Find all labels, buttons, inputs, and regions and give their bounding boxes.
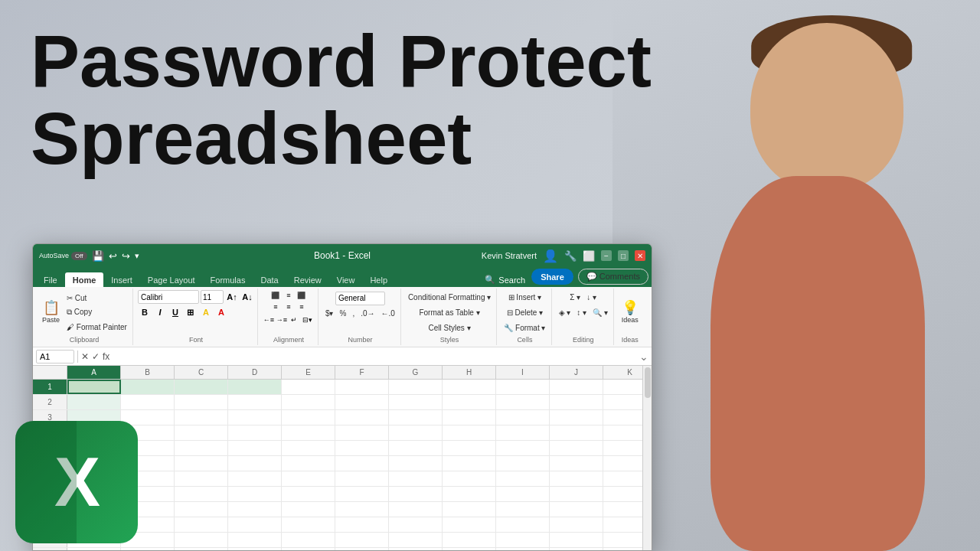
accounting-format-button[interactable]: $▾ <box>323 307 336 321</box>
insert-cells-button[interactable]: ⊞ Insert ▾ <box>506 290 544 304</box>
sort-filter-button[interactable]: ↕ ▾ <box>574 305 589 319</box>
align-middle-right-button[interactable]: ≡ <box>296 302 308 312</box>
cell-B1[interactable] <box>121 380 175 394</box>
cell-G3[interactable] <box>389 410 443 425</box>
cells-label: Cells <box>498 336 550 344</box>
bold-button[interactable]: B <box>138 305 152 319</box>
align-middle-left-button[interactable]: ≡ <box>270 302 282 312</box>
tab-home[interactable]: Home <box>65 272 104 287</box>
align-top-right-button[interactable]: ⬛ <box>296 290 308 301</box>
expand-formula-icon[interactable]: ⌄ <box>639 350 648 363</box>
cell-E2[interactable] <box>282 395 335 409</box>
cell-J3[interactable] <box>550 410 603 425</box>
align-middle-center-button[interactable]: ≡ <box>283 302 295 312</box>
tab-help[interactable]: Help <box>362 272 395 287</box>
cell-C2[interactable] <box>175 395 228 409</box>
cell-styles-button[interactable]: Cell Styles ▾ <box>426 321 473 334</box>
fill-button[interactable]: ↓ ▾ <box>584 290 599 304</box>
cell-A1[interactable] <box>67 380 121 394</box>
delete-cells-button[interactable]: ⊟ Delete ▾ <box>505 305 545 319</box>
align-top-left-button[interactable]: ⬛ <box>270 290 282 301</box>
tab-formulas[interactable]: Formulas <box>203 272 253 287</box>
format-painter-button[interactable]: 🖌 Format Painter <box>64 320 129 334</box>
autosum-button[interactable]: Σ ▾ <box>567 290 583 304</box>
maximize-button[interactable]: □ <box>618 250 629 261</box>
conditional-formatting-button[interactable]: Conditional Formatting ▾ <box>406 290 493 304</box>
font-name-input[interactable] <box>138 290 199 304</box>
tab-review[interactable]: Review <box>286 272 329 287</box>
decrease-font-button[interactable]: A↓ <box>240 290 254 304</box>
border-button[interactable]: ⊞ <box>184 305 198 319</box>
tab-insert[interactable]: Insert <box>103 272 140 287</box>
cell-reference-input[interactable] <box>36 350 74 364</box>
cut-button[interactable]: ✂ Cut <box>64 291 129 305</box>
clear-button[interactable]: ◈ ▾ <box>557 305 573 319</box>
cell-C1[interactable] <box>175 380 228 394</box>
cell-D1[interactable] <box>228 380 282 394</box>
decrease-indent-button[interactable]: ←≡ <box>263 315 275 325</box>
ideas-button[interactable]: 💡 Ideas <box>619 297 642 328</box>
customize-icon[interactable]: ▾ <box>135 251 139 261</box>
format-cells-button[interactable]: 🔧 Format ▾ <box>501 321 547 334</box>
autosave-toggle[interactable]: Off <box>71 252 87 260</box>
cell-B2[interactable] <box>121 395 175 409</box>
merge-center-button[interactable]: ⊟▾ <box>300 315 315 325</box>
increase-decimal-button[interactable]: .0→ <box>358 307 377 321</box>
cell-I2[interactable] <box>496 395 550 409</box>
cell-H3[interactable] <box>443 410 496 425</box>
tab-file[interactable]: File <box>36 272 65 287</box>
find-select-button[interactable]: 🔍 ▾ <box>590 305 610 319</box>
cell-F2[interactable] <box>335 395 389 409</box>
wrap-text-button[interactable]: ↵ <box>289 315 299 325</box>
undo-icon[interactable]: ↩ <box>109 250 117 262</box>
ribbon-display-icon[interactable]: ⬜ <box>583 250 595 262</box>
confirm-formula-icon[interactable]: ✓ <box>92 351 100 362</box>
fill-color-button[interactable]: A <box>199 305 213 319</box>
cell-J2[interactable] <box>550 395 603 409</box>
cell-I1[interactable] <box>496 380 550 394</box>
tab-view[interactable]: View <box>329 272 363 287</box>
comments-button[interactable]: 💬 Comments <box>578 269 648 285</box>
cell-D2[interactable] <box>228 395 282 409</box>
tab-data[interactable]: Data <box>253 272 286 287</box>
cancel-formula-icon[interactable]: ✕ <box>81 351 89 362</box>
font-color-button[interactable]: A <box>214 305 228 319</box>
format-as-table-button[interactable]: Format as Table ▾ <box>416 305 482 319</box>
cell-G1[interactable] <box>389 380 443 394</box>
cell-A2[interactable] <box>67 395 121 409</box>
minimize-button[interactable]: − <box>601 250 612 261</box>
align-top-center-button[interactable]: ≡ <box>283 290 295 301</box>
cell-F3[interactable] <box>335 410 389 425</box>
italic-button[interactable]: I <box>153 305 167 319</box>
close-button[interactable]: ✕ <box>635 250 645 261</box>
redo-icon[interactable]: ↪ <box>122 250 130 262</box>
cell-H2[interactable] <box>443 395 496 409</box>
save-icon[interactable]: 💾 <box>92 250 104 262</box>
cell-E3[interactable] <box>282 410 335 425</box>
number-format-input[interactable] <box>335 292 385 305</box>
comma-button[interactable]: , <box>350 307 357 321</box>
share-button[interactable]: Share <box>531 269 573 285</box>
paste-button[interactable]: 📋 Paste <box>39 297 63 328</box>
tab-page-layout[interactable]: Page Layout <box>140 272 203 287</box>
cell-F1[interactable] <box>335 380 389 394</box>
insert-function-icon[interactable]: fx <box>103 351 109 362</box>
scrollbar-thumb[interactable] <box>645 367 651 398</box>
decrease-decimal-button[interactable]: ←.0 <box>379 307 397 321</box>
vertical-scrollbar[interactable] <box>642 366 652 551</box>
copy-button[interactable]: ⧉ Copy <box>64 305 129 319</box>
cell-G2[interactable] <box>389 395 443 409</box>
font-size-input[interactable] <box>201 290 224 304</box>
underline-button[interactable]: U <box>168 305 182 319</box>
increase-font-button[interactable]: A↑ <box>225 290 239 304</box>
cell-J1[interactable] <box>550 380 603 394</box>
cell-D3[interactable] <box>228 410 282 425</box>
percent-button[interactable]: % <box>338 307 349 321</box>
cell-H1[interactable] <box>443 380 496 394</box>
cell-C3[interactable] <box>175 410 228 425</box>
cell-E1[interactable] <box>282 380 335 394</box>
increase-indent-button[interactable]: →≡ <box>276 315 288 325</box>
cell-B3[interactable] <box>121 410 175 425</box>
formula-input[interactable] <box>113 352 636 361</box>
cell-I3[interactable] <box>496 410 550 425</box>
